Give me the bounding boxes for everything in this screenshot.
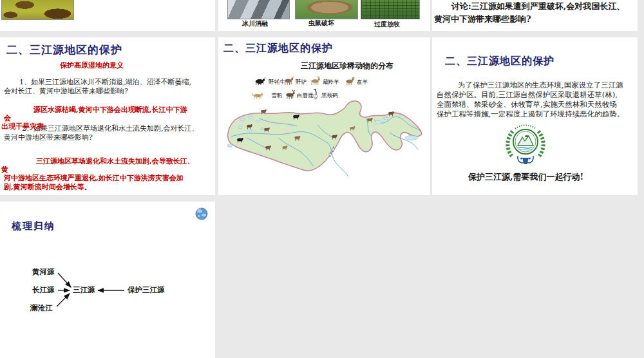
map-slide-title: 二、三江源地区的保护 [223, 42, 333, 54]
wild-donkey-icon [283, 76, 294, 86]
sanjiangyuan-region [228, 101, 422, 171]
legend-snow-leopard: 雪豹 [271, 93, 282, 99]
legend-tibetan-antelope: 藏羚羊 [323, 79, 339, 86]
laurel-right [538, 131, 544, 157]
tibetan-antelope-icon [310, 76, 321, 86]
measures-body-line3: 全面禁猎、禁采砂金、休牧育草,实施天然林和天然牧场 [437, 100, 617, 109]
snow-leopard-icon [252, 91, 264, 99]
slide-sorter-canvas: 冰川消融 虫鼠破坏 过度放牧 讨论:三江源如果遭到严重破坏,会对我国长江、 黄河… [0, 0, 644, 358]
measures-body-line1: 为了保护三江源地区的生态环境,国家设立了三江源 [458, 81, 623, 90]
caption-glacier: 冰川消融 [242, 20, 268, 28]
yak-head [522, 158, 529, 164]
logo-arc-text [515, 125, 536, 129]
answer2-line4: 剧,黄河断流时间会增长等。 [4, 184, 91, 192]
question2-line2: 黄河中游地区带来哪些影响? [4, 134, 93, 142]
slide-thumb-qa[interactable]: 二、三江源地区的保护 保护高原湿地的意义 1、如果三江源地区冰川不断消退,湖泊、… [0, 37, 215, 195]
discussion-line1: 讨论:三江源如果遭到严重破坏,会对我国长江、 [451, 2, 625, 12]
qa-title: 二、三江源地区的保护 [6, 44, 122, 57]
caption-overgrazing: 过度放牧 [374, 21, 400, 28]
question1-line2: 会对长江、黄河中游地区带来哪些影响? [4, 88, 128, 96]
glacier-melt-photo [227, 0, 290, 19]
slide-thumb-animal-map[interactable]: 二、三江源地区的保护 三江源地区珍稀动物的分布 野牦牛 野驴 藏羚羊 盘羊 [218, 37, 430, 195]
white-lipped-deer-icon [285, 90, 296, 99]
answer2-line2: 黄 [1, 166, 8, 174]
measures-body-line2: 自然保护区。目前,三江源自然保护区采取退耕还草(林), [437, 91, 618, 99]
slide-thumb-threats[interactable]: 冰川消融 虫鼠破坏 过度放牧 [218, 0, 430, 31]
legend-argali: 盘羊 [357, 79, 368, 86]
wetland-photo [1, 0, 74, 20]
discussion-line2: 黄河中下游带来哪些影响? [434, 15, 531, 24]
answer1-line3: 出现干旱灾害 [1, 123, 44, 131]
qa-subtitle: 保护高原湿地的意义 [60, 62, 124, 70]
globe-icon [195, 207, 208, 220]
measures-title: 二、三江源地区的保护 [445, 55, 554, 67]
animal-distribution-map [221, 99, 428, 193]
question1-line1: 1、如果三江源地区冰川不断消退,湖泊、沼泽不断萎缩, [19, 79, 191, 87]
logo-antelope [525, 135, 529, 137]
answer1-line2: 会 [4, 115, 11, 123]
legend-wild-donkey: 野驴 [296, 79, 307, 86]
measures-slogan: 保护三江源,需要我们一起行动! [468, 173, 583, 182]
slide-thumb-measures[interactable]: 二、三江源地区的保护 为了保护三江源地区的生态环境,国家设立了三江源 自然保护区… [432, 37, 638, 195]
overgrazing-photo [361, 0, 420, 19]
pest-damage-photo [295, 0, 358, 19]
black-necked-crane-icon [312, 88, 319, 100]
answer2-line3: 河中游地区生态环境严重退化,如长江中下游洪涝灾害会加 [4, 174, 184, 183]
slide-thumb-summary[interactable]: 梳理归纳 黄河源 长江源 澜沧江 三江源 保护三江源 [0, 202, 215, 358]
legend-wild-yak: 野牦牛 [269, 79, 285, 86]
argali-icon [345, 76, 355, 86]
caption-pest: 虫鼠破坏 [308, 19, 334, 27]
legend-white-lipped-deer: 白唇鹿 [297, 93, 314, 99]
answer2-line1: 三江源地区草场退化和水土流失加剧,会导致长江、 [36, 158, 194, 166]
legend-black-necked-crane: 黑颈鹤 [321, 93, 338, 99]
summary-title: 梳理归纳 [12, 220, 55, 231]
slide-thumb-wetland[interactable] [0, 0, 215, 31]
laurel-left [507, 131, 513, 157]
slide-thumb-discussion[interactable]: 讨论:三江源如果遭到严重破坏,会对我国长江、 黄河中下游带来哪些影响? [432, 0, 638, 31]
wild-yak-icon [254, 77, 266, 86]
map-title: 三江源地区珍稀动物的分布 [301, 62, 393, 71]
answer1-line1: 源区水源枯竭,黄河中下游会出现断流,长江中下游 [33, 106, 187, 115]
summary-diagram-arrows [0, 263, 193, 317]
measures-body-line4: 保护工程等措施,一定程度上遏制了环境持续恶化的趋势。 [437, 110, 624, 118]
sanjiangyuan-association-logo [501, 120, 550, 170]
question2-line1: 2、如果三江源地区草场退化和水土流失加剧,会对长江、 [22, 125, 199, 133]
